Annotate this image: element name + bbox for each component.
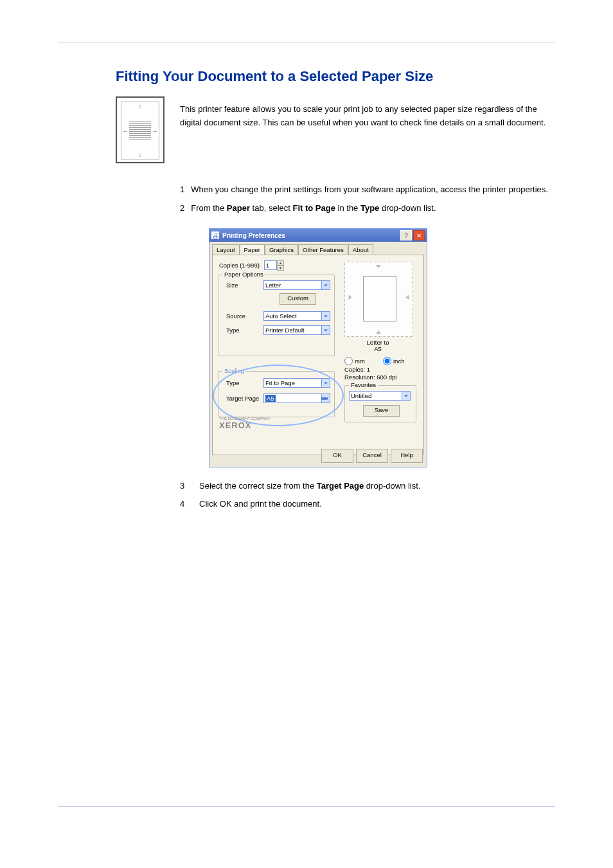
- help-titlebar-button[interactable]: ?: [400, 230, 412, 240]
- source-label: Source: [226, 312, 245, 320]
- preview-label-line2: A5: [362, 345, 394, 352]
- tab-other-features[interactable]: Other Features: [298, 244, 348, 255]
- cancel-button[interactable]: Cancel: [356, 449, 388, 463]
- tab-layout[interactable]: Layout: [212, 244, 240, 255]
- tab-paper[interactable]: Paper: [240, 244, 265, 255]
- step-3-text: Select the correct size from the Target …: [199, 479, 420, 493]
- fit-to-page-illustration: ↑ ↓ ← →: [116, 96, 164, 163]
- scaling-type-label: Type: [226, 379, 240, 386]
- tab-panel-paper: Copies (1-999) ▲▼ Paper Options Size Let…: [212, 255, 424, 455]
- chevron-down-icon: [324, 284, 328, 286]
- custom-button[interactable]: Custom: [280, 293, 316, 305]
- close-button[interactable]: ✕: [413, 230, 425, 240]
- step-1-text: When you change the print settings from …: [191, 183, 548, 197]
- copies-up[interactable]: ▲: [277, 260, 284, 266]
- intro-paragraph: This printer feature allows you to scale…: [180, 103, 549, 130]
- printing-preferences-dialog: 🖨 Printing Preferences ? ✕ Layout Paper …: [209, 228, 427, 467]
- favorites-group: Favorites Untitled Save: [344, 385, 416, 422]
- preview-area: [344, 262, 413, 337]
- size-label: Size: [226, 282, 238, 289]
- tab-about[interactable]: About: [348, 244, 373, 255]
- step-3-number: 3: [180, 479, 199, 493]
- paper-type-label: Type: [226, 327, 240, 334]
- status-copies: Copies: 1: [344, 366, 370, 373]
- triangle-icon: [376, 330, 381, 334]
- unit-inch-radio[interactable]: inch: [383, 357, 404, 365]
- paper-type-select[interactable]: Printer Default: [263, 325, 330, 335]
- dialog-titlebar: 🖨 Printing Preferences ? ✕: [209, 229, 427, 242]
- preview-page: [363, 276, 396, 321]
- copies-label: Copies (1-999): [219, 262, 260, 269]
- copies-down[interactable]: ▼: [277, 266, 284, 271]
- target-page-select[interactable]: A5: [263, 393, 330, 403]
- chevron-down-icon: [324, 329, 328, 331]
- step-1-number: 1: [180, 183, 191, 197]
- favorites-legend: Favorites: [349, 381, 378, 388]
- source-select[interactable]: Auto Select: [263, 311, 330, 321]
- step-2-number: 2: [180, 202, 191, 215]
- triangle-icon: [349, 295, 352, 300]
- printer-icon: 🖨: [211, 231, 219, 239]
- tab-strip: Layout Paper Graphics Other Features Abo…: [212, 244, 424, 255]
- chevron-down-icon: [321, 397, 328, 399]
- chevron-down-icon: [324, 382, 328, 384]
- page-heading: Fitting Your Document to a Selected Pape…: [116, 68, 433, 85]
- favorites-select[interactable]: Untitled: [349, 391, 411, 401]
- tab-graphics[interactable]: Graphics: [265, 244, 298, 255]
- chevron-down-icon: [324, 315, 328, 317]
- paper-options-legend: Paper Options: [222, 271, 265, 278]
- triangle-icon: [376, 265, 381, 268]
- ok-button[interactable]: OK: [321, 449, 353, 463]
- chevron-down-icon: [404, 395, 408, 397]
- help-button[interactable]: Help: [391, 449, 423, 463]
- step-2-text: From the Paper tab, select Fit to Page i…: [191, 202, 436, 215]
- paper-options-group: Paper Options Size Letter Custom Source …: [218, 275, 335, 356]
- copies-spinner[interactable]: ▲▼: [264, 260, 285, 270]
- dialog-title: Printing Preferences: [222, 232, 399, 239]
- size-select[interactable]: Letter: [263, 280, 330, 290]
- save-favorites-button[interactable]: Save: [363, 405, 400, 417]
- scaling-legend: Scaling: [222, 367, 246, 374]
- scaling-type-select[interactable]: Fit to Page: [263, 378, 330, 388]
- unit-mm-radio[interactable]: mm: [344, 357, 365, 365]
- copies-input[interactable]: [264, 260, 277, 270]
- scaling-group: Scaling Type Fit to Page Target Page A5: [218, 371, 335, 417]
- brand-footer: THE DOCUMENT COMPANY XEROX: [219, 417, 271, 430]
- step-4-text: Click OK and print the document.: [199, 497, 322, 511]
- step-4-number: 4: [180, 497, 199, 511]
- status-resolution: Resolution: 600 dpi: [344, 374, 396, 381]
- triangle-icon: [406, 295, 409, 300]
- target-page-label: Target Page: [226, 395, 259, 402]
